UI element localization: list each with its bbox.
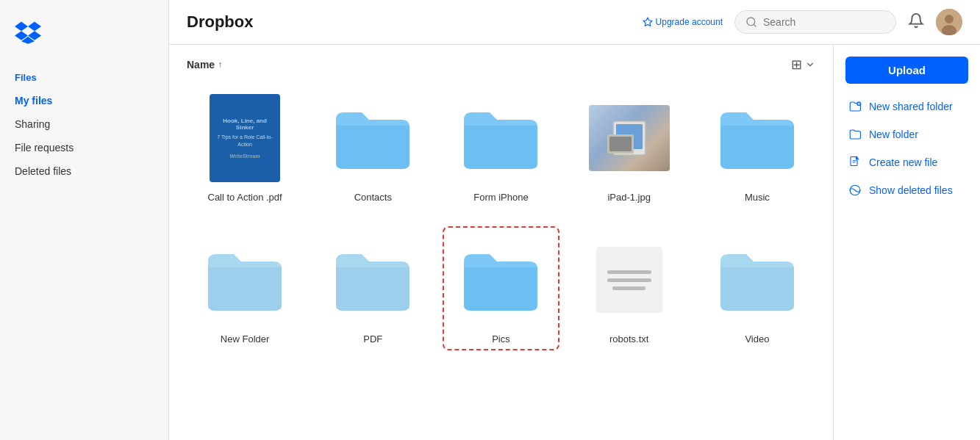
search-input[interactable] <box>763 16 885 28</box>
right-panel: Upload New shared folder New <box>833 45 980 440</box>
file-name: Call to Action .pdf <box>208 192 282 203</box>
file-area: Name ↑ ⊞ Hook, Line, and Sinker <box>169 45 833 440</box>
sidebar-item-deleted-files[interactable]: Deleted files <box>0 159 168 183</box>
file-thumbnail <box>457 232 545 328</box>
files-section-label: Files <box>0 66 168 89</box>
sort-name[interactable]: Name ↑ <box>187 59 222 71</box>
upload-button[interactable]: Upload <box>845 57 968 84</box>
avatar[interactable] <box>936 9 962 35</box>
upgrade-label: Upgrade account <box>656 17 723 27</box>
folder-icon <box>717 105 798 171</box>
file-thumbnail <box>713 232 801 328</box>
page-title: Dropbox <box>187 12 253 32</box>
file-name: PDF <box>363 333 382 345</box>
new-folder-action[interactable]: New folder <box>845 123 968 145</box>
folder-icon <box>204 247 285 313</box>
file-thumbnail <box>585 232 673 328</box>
file-header: Name ↑ ⊞ <box>187 57 815 73</box>
file-thumbnail <box>201 232 289 328</box>
file-item[interactable]: Contacts <box>315 84 431 209</box>
file-item[interactable]: New Folder <box>187 226 303 350</box>
file-item[interactable]: robots.txt <box>571 226 687 350</box>
show-deleted-files-label: Show deleted files <box>869 184 953 196</box>
search-icon <box>745 16 757 28</box>
txt-line <box>612 286 645 290</box>
file-item[interactable]: Form iPhone <box>443 84 559 209</box>
ipad-image <box>589 105 670 171</box>
file-thumbnail <box>713 90 801 186</box>
file-item[interactable]: Music <box>699 84 815 209</box>
dropbox-logo <box>15 19 41 46</box>
sort-arrow: ↑ <box>218 59 222 70</box>
star-icon <box>643 17 653 27</box>
new-folder-icon <box>848 128 862 141</box>
folder-icon <box>460 247 541 313</box>
txt-preview <box>596 247 662 313</box>
sidebar-item-file-requests[interactable]: File requests <box>0 136 168 159</box>
file-grid: Hook, Line, and Sinker 7 Tips for a Role… <box>187 84 815 350</box>
file-name: Video <box>745 333 769 345</box>
content-area: Name ↑ ⊞ Hook, Line, and Sinker <box>169 45 980 440</box>
file-thumbnail: Hook, Line, and Sinker 7 Tips for a Role… <box>201 90 289 186</box>
view-toggle[interactable]: ⊞ <box>791 57 815 73</box>
svg-rect-8 <box>609 137 632 151</box>
pdf-subtitle: 7 Tips for a Role Call-to-Action <box>215 134 274 147</box>
new-shared-folder-icon <box>848 100 862 113</box>
file-name: robots.txt <box>609 333 648 345</box>
show-deleted-icon <box>848 184 862 197</box>
pdf-title: Hook, Line, and Sinker <box>215 118 274 131</box>
file-name: Contacts <box>354 192 392 203</box>
new-folder-label: New folder <box>869 129 918 140</box>
file-name: Music <box>745 192 770 203</box>
main-area: Dropbox Upgrade account <box>169 0 980 440</box>
sidebar-item-sharing[interactable]: Sharing <box>0 112 168 136</box>
folder-icon <box>460 105 541 171</box>
file-name: Pics <box>492 333 510 345</box>
pdf-preview: Hook, Line, and Sinker 7 Tips for a Role… <box>210 94 280 182</box>
grid-view-icon: ⊞ <box>791 57 802 73</box>
folder-icon <box>717 247 798 313</box>
file-item-pics[interactable]: Pics <box>443 226 559 350</box>
search-box[interactable] <box>734 10 896 34</box>
folder-icon <box>332 105 413 171</box>
notifications-icon[interactable] <box>908 12 924 32</box>
file-thumbnail <box>329 232 417 328</box>
svg-point-2 <box>945 15 954 24</box>
chevron-down-icon <box>805 59 815 70</box>
file-item[interactable]: PDF <box>315 226 431 350</box>
txt-line <box>607 278 651 282</box>
file-name: New Folder <box>221 333 269 345</box>
file-name: Form iPhone <box>473 192 528 203</box>
pdf-brand: WriteStream <box>230 154 260 159</box>
file-item[interactable]: Video <box>699 226 815 350</box>
txt-line <box>607 270 651 274</box>
file-thumbnail <box>457 90 545 186</box>
file-thumbnail <box>585 90 673 186</box>
upgrade-account-link[interactable]: Upgrade account <box>643 17 723 27</box>
new-shared-folder-action[interactable]: New shared folder <box>845 95 968 118</box>
avatar-image <box>936 9 962 35</box>
folder-icon <box>332 247 413 313</box>
create-new-file-action[interactable]: Create new file <box>845 151 968 173</box>
ipad-svg <box>607 118 651 159</box>
file-name: iPad-1.jpg <box>607 192 651 203</box>
logo-area[interactable] <box>0 12 168 60</box>
sidebar-item-my-files[interactable]: My files <box>0 89 168 112</box>
show-deleted-files-action[interactable]: Show deleted files <box>845 179 968 201</box>
sidebar: Files My files Sharing File requests Del… <box>0 0 169 440</box>
topbar-right: Upgrade account <box>643 9 962 35</box>
topbar: Dropbox Upgrade account <box>169 0 980 45</box>
create-new-file-label: Create new file <box>869 156 937 168</box>
file-thumbnail <box>329 90 417 186</box>
file-item[interactable]: iPad-1.jpg <box>571 84 687 209</box>
create-file-icon <box>848 156 862 169</box>
sidebar-navigation: Files My files Sharing File requests Del… <box>0 60 168 189</box>
new-shared-folder-label: New shared folder <box>869 101 953 112</box>
file-item[interactable]: Hook, Line, and Sinker 7 Tips for a Role… <box>187 84 303 209</box>
